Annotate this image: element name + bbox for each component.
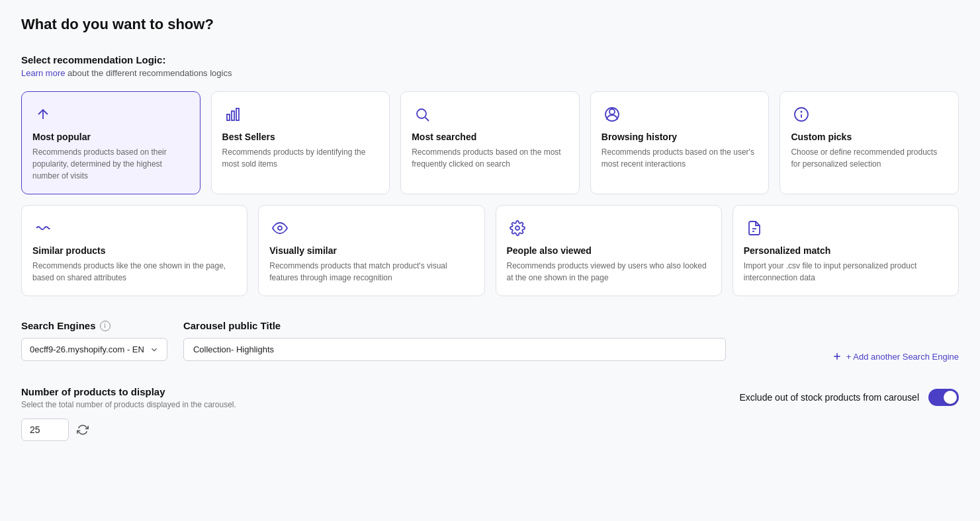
cards-row-1: Most popular Recommends products based o… (21, 91, 959, 194)
svg-point-4 (417, 109, 426, 118)
card-custom-picks-title: Custom picks (791, 132, 948, 142)
card-personalized-match[interactable]: Personalized match Import your .csv file… (733, 205, 959, 296)
eye-icon (269, 218, 290, 239)
carousel-title-label: Carousel public Title (183, 320, 281, 331)
card-most-searched[interactable]: Most searched Recommends products based … (400, 91, 580, 194)
card-most-searched-desc: Recommends products based on the most fr… (412, 146, 568, 170)
card-best-sellers-title: Best Sellers (222, 132, 379, 142)
user-circle-icon (601, 104, 623, 125)
card-visually-similar-title: Visually similar (269, 245, 473, 256)
card-similar-products-desc: Recommends products like the one shown i… (32, 260, 236, 284)
exclude-label: Exclude out of stock products from carou… (739, 392, 919, 403)
card-people-also-viewed-desc: Recommends products viewed by users who … (507, 260, 711, 284)
bar-chart-icon (222, 104, 244, 125)
learn-more-row: Learn more about the different recommend… (21, 68, 959, 78)
cards-row-2: Similar products Recommends products lik… (21, 205, 959, 296)
card-custom-picks-desc: Choose or define recommended products fo… (791, 146, 948, 170)
learn-more-suffix: about the different recommendations logi… (67, 68, 232, 78)
card-best-sellers-desc: Recommends products by identifying the m… (222, 146, 379, 170)
card-similar-products-title: Similar products (32, 245, 236, 256)
file-icon (744, 218, 765, 239)
add-search-engine-button[interactable]: + Add another Search Engine (832, 345, 959, 368)
wave-icon (32, 218, 54, 239)
refresh-button[interactable] (75, 422, 90, 437)
svg-line-5 (425, 118, 429, 122)
carousel-title-input[interactable] (183, 338, 726, 361)
search-icon (412, 104, 433, 125)
exclude-toggle[interactable] (928, 389, 959, 406)
svg-point-11 (278, 226, 282, 230)
add-engine-label: + Add another Search Engine (846, 352, 959, 362)
carousel-title-section: Carousel public Title (183, 320, 816, 361)
page-title: What do you want to show? (21, 16, 959, 33)
card-best-sellers[interactable]: Best Sellers Recommends products by iden… (211, 91, 390, 194)
gear-icon (507, 218, 528, 239)
card-browsing-history-title: Browsing history (601, 132, 758, 142)
products-display-subtitle: Select the total number of products disp… (21, 400, 236, 409)
card-personalized-match-title: Personalized match (744, 245, 948, 256)
search-engine-dropdown[interactable]: 0ecff9-26.myshopify.com - EN (21, 338, 167, 361)
learn-more-link[interactable]: Learn more (21, 68, 65, 78)
arrow-up-icon (32, 104, 54, 125)
svg-point-12 (515, 226, 519, 230)
info-circle-icon (791, 104, 812, 125)
card-visually-similar[interactable]: Visually similar Recommends products tha… (258, 205, 484, 296)
card-browsing-history[interactable]: Browsing history Recommends products bas… (590, 91, 770, 194)
svg-point-6 (609, 109, 615, 114)
number-input-row (21, 419, 236, 441)
products-display-title: Number of products to display (21, 386, 236, 397)
card-most-popular-desc: Recommends products based on their popul… (32, 146, 189, 182)
products-display-block: Number of products to display Select the… (21, 386, 236, 441)
card-most-popular-title: Most popular (32, 132, 189, 142)
card-visually-similar-desc: Recommends products that match product's… (269, 260, 473, 284)
section-label: Select recommendation Logic: (21, 54, 959, 65)
card-browsing-history-desc: Recommends products based on the user's … (601, 146, 758, 170)
toggle-knob (944, 391, 957, 404)
card-people-also-viewed[interactable]: People also viewed Recommends products v… (496, 205, 722, 296)
card-most-searched-title: Most searched (412, 132, 568, 142)
card-similar-products[interactable]: Similar products Recommends products lik… (21, 205, 247, 296)
card-most-popular[interactable]: Most popular Recommends products based o… (21, 91, 200, 194)
svg-rect-1 (227, 114, 230, 120)
search-engines-section: Search Engines i 0ecff9-26.myshopify.com… (21, 320, 167, 361)
search-engine-dropdown-value: 0ecff9-26.myshopify.com - EN (30, 344, 144, 354)
bottom-section: Number of products to display Select the… (21, 386, 959, 441)
svg-rect-3 (236, 108, 239, 120)
search-engines-label: Search Engines (21, 320, 96, 331)
products-count-input[interactable] (21, 419, 69, 441)
exclude-toggle-block: Exclude out of stock products from carou… (739, 386, 959, 406)
search-engines-info-icon[interactable]: i (100, 321, 111, 331)
card-personalized-match-desc: Import your .csv file to input personali… (744, 260, 948, 284)
card-custom-picks[interactable]: Custom picks Choose or define recommende… (780, 91, 959, 194)
svg-rect-2 (232, 111, 234, 120)
card-people-also-viewed-title: People also viewed (507, 245, 711, 256)
